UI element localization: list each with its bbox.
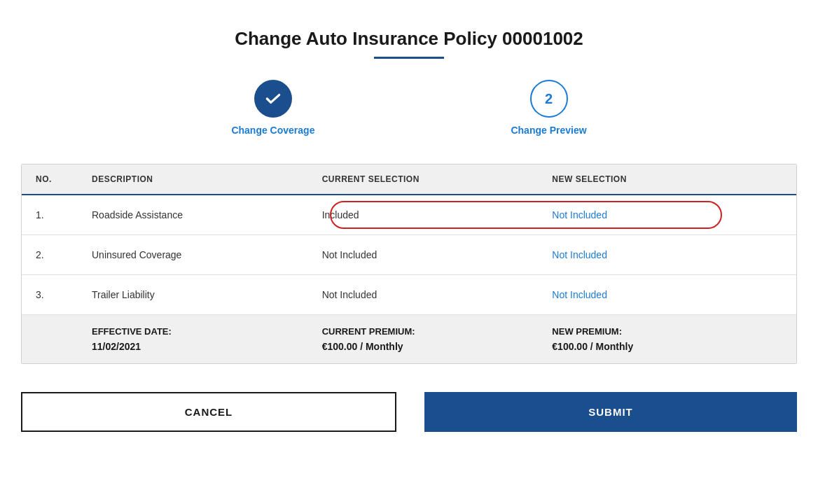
row-1-current: Included [322,209,553,220]
footer-new-premium: NEW PREMIUM: €100.00 / Monthly [552,326,782,352]
checkmark-icon [264,90,282,108]
table-footer: EFFECTIVE DATE: 11/02/2021 CURRENT PREMI… [22,315,796,363]
submit-button[interactable]: SUBMIT [424,392,797,432]
page-title: Change Auto Insurance Policy 00001002 [235,28,583,50]
step-1: Change Coverage [231,80,314,136]
row-2-description: Uninsured Coverage [92,249,322,260]
step-2-label: Change Preview [511,125,586,136]
row-3-description: Trailer Liability [92,289,322,300]
button-row: CANCEL SUBMIT [21,392,797,432]
new-premium-label: NEW PREMIUM: [552,326,782,337]
row-3-new: Not Included [552,289,782,300]
col-description: DESCRIPTION [92,174,322,184]
step-2-circle: 2 [530,80,568,118]
row-2-current: Not Included [322,249,553,260]
table-row: 2. Uninsured Coverage Not Included Not I… [22,235,796,275]
table-row: 3. Trailer Liability Not Included Not In… [22,275,796,315]
row-1-new: Not Included [552,209,782,220]
col-new-selection: NEW SELECTION [552,174,782,184]
col-no: NO. [36,174,92,184]
title-underline [374,57,444,59]
col-current-selection: CURRENT SELECTION [322,174,553,184]
footer-current-premium: CURRENT PREMIUM: €100.00 / Monthly [322,326,553,352]
table-header: NO. DESCRIPTION CURRENT SELECTION NEW SE… [22,164,796,195]
step-1-circle [254,80,292,118]
row-2-no: 2. [36,249,92,260]
new-premium-value: €100.00 / Monthly [552,341,782,352]
current-premium-label: CURRENT PREMIUM: [322,326,553,337]
stepper: Change Coverage 2 Change Preview [21,80,797,136]
current-premium-value: €100.00 / Monthly [322,341,553,352]
cancel-button[interactable]: CANCEL [21,392,396,432]
row-3-current: Not Included [322,289,553,300]
coverage-table: NO. DESCRIPTION CURRENT SELECTION NEW SE… [21,164,797,364]
step-2: 2 Change Preview [511,80,586,136]
row-3-no: 3. [36,289,92,300]
effective-date-label: EFFECTIVE DATE: [92,326,322,337]
effective-date-value: 11/02/2021 [92,341,322,352]
row-2-new: Not Included [552,249,782,260]
step-1-label: Change Coverage [231,125,314,136]
footer-effective-date: EFFECTIVE DATE: 11/02/2021 [92,326,322,352]
table-row: 1. Roadside Assistance Included Not Incl… [22,195,796,235]
row-1-description: Roadside Assistance [92,209,322,220]
row-1-no: 1. [36,209,92,220]
